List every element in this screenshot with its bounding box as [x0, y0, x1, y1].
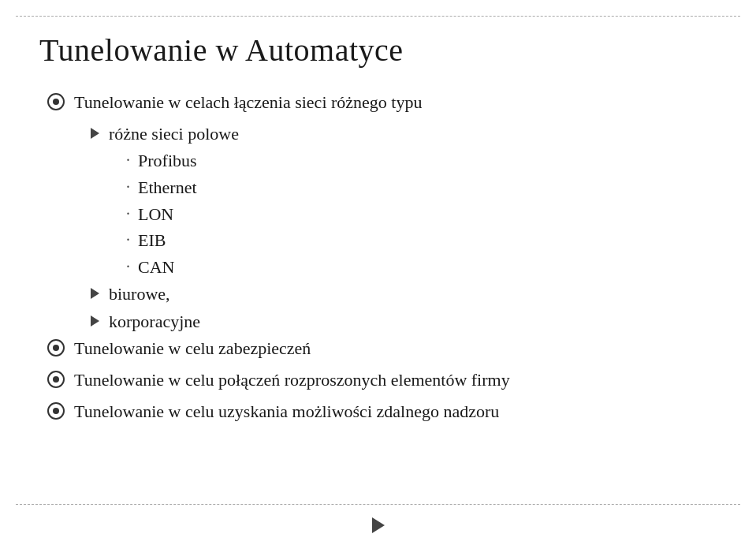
bullet1-text: Tunelowanie w celach łączenia sieci różn… — [74, 91, 422, 114]
list-item: Tunelowanie w celu połączeń rozproszonyc… — [47, 368, 717, 392]
dash-icon: · — [126, 149, 130, 171]
circle-bullet-icon — [47, 402, 65, 420]
bullet1-1-text: różne sieci polowe — [109, 122, 239, 146]
profibus-text: Profibus — [138, 149, 197, 173]
circle-bullet-icon — [47, 371, 65, 388]
triangle-arrow-icon — [91, 315, 99, 327]
slide-title: Tunelowanie w Automatyce — [39, 32, 717, 69]
list-item: · LON — [47, 203, 717, 226]
lon-text: LON — [138, 203, 173, 226]
list-item: · Ethernet — [47, 176, 717, 200]
content-area: Tunelowanie w celach łączenia sieci różn… — [39, 91, 717, 423]
triangle-arrow-icon — [91, 128, 99, 139]
circle-bullet-icon — [47, 339, 65, 356]
dash-icon: · — [126, 256, 130, 278]
list-item: · EIB — [47, 229, 717, 252]
list-item: biurowe, — [47, 282, 717, 306]
list-item: Tunelowanie w celach łączenia sieci różn… — [47, 91, 717, 114]
list-item: korporacyjne — [47, 310, 717, 334]
circle-bullet-icon — [47, 93, 65, 110]
bullet1-2-text: biurowe, — [109, 282, 170, 306]
bottom-nav — [372, 517, 385, 533]
eib-text: EIB — [138, 229, 166, 252]
bullet1-3-text: korporacyjne — [109, 310, 200, 334]
list-item: różne sieci polowe — [47, 122, 717, 146]
top-border — [16, 16, 740, 17]
dash-icon: · — [126, 229, 130, 251]
bullet4-text: Tunelowanie w celu uzyskania możliwości … — [74, 400, 499, 424]
triangle-arrow-icon — [91, 288, 99, 299]
slide-container: Tunelowanie w Automatyce Tunelowanie w c… — [0, 0, 756, 545]
list-item: · Profibus — [47, 149, 717, 173]
ethernet-text: Ethernet — [138, 176, 197, 200]
list-item: · CAN — [47, 256, 717, 279]
dash-icon: · — [126, 203, 130, 225]
bottom-border — [16, 504, 740, 506]
list-item: Tunelowanie w celu uzyskania możliwości … — [47, 400, 717, 424]
dash-icon: · — [126, 176, 130, 198]
bullet2-text: Tunelowanie w celu zabezpieczeń — [74, 337, 311, 360]
bullet3-text: Tunelowanie w celu połączeń rozproszonyc… — [74, 368, 510, 392]
can-text: CAN — [138, 256, 174, 279]
list-item: Tunelowanie w celu zabezpieczeń — [47, 337, 717, 360]
next-arrow-icon[interactable] — [372, 517, 385, 533]
